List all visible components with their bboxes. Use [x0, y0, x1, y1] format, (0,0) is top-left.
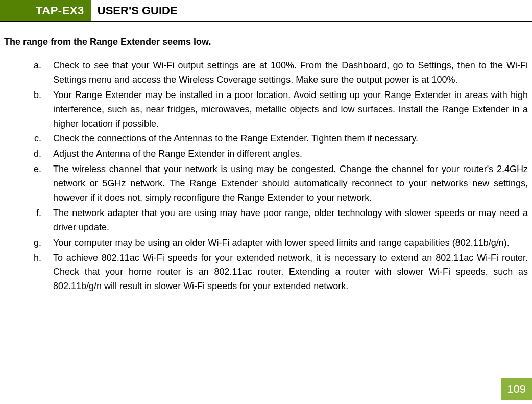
list-item: Your computer may be using an older Wi-F… — [44, 236, 528, 250]
page-header: TAP-EX3 USER'S GUIDE — [0, 0, 532, 22]
list-item: Adjust the Antenna of the Range Extender… — [44, 147, 528, 161]
list-item: Check to see that your Wi-Fi output sett… — [44, 59, 528, 87]
product-badge: TAP-EX3 — [0, 0, 91, 21]
page-number: 109 — [501, 378, 532, 400]
list-item: Check the connections of the Antennas to… — [44, 132, 528, 146]
section-title: The range from the Range Extender seems … — [4, 37, 528, 47]
list-item: To achieve 802.11ac Wi-Fi speeds for you… — [44, 251, 528, 294]
page-content: The range from the Range Extender seems … — [0, 37, 532, 294]
troubleshoot-list: Check to see that your Wi-Fi output sett… — [4, 59, 528, 294]
list-item: The network adapter that you are using m… — [44, 206, 528, 235]
list-item: The wireless channel that your network i… — [44, 162, 528, 205]
page-title: USER'S GUIDE — [91, 0, 184, 21]
list-item: Your Range Extender may be installed in … — [44, 88, 528, 131]
